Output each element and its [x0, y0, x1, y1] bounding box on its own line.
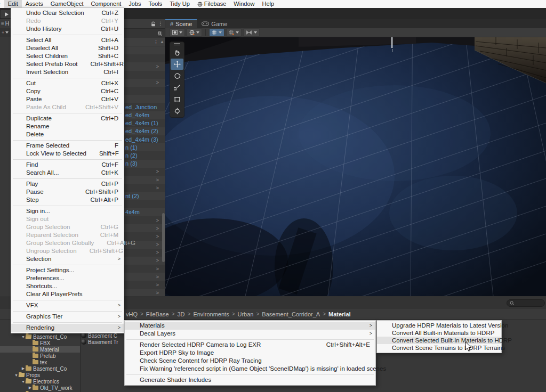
rect-tool[interactable] — [171, 94, 183, 105]
tool-handle-settings-dropdown[interactable] — [243, 28, 260, 37]
menubar-item-tidy-up[interactable]: Tidy Up — [166, 0, 194, 8]
draw-mode-dropdown[interactable] — [170, 28, 185, 37]
tree-item-electronics[interactable]: ▼Electronics — [0, 378, 80, 385]
hierarchy-item-n-3[interactable]: n (3) — [124, 160, 165, 168]
menu-item-reparent-selection[interactable]: Reparent SelectionCtrl+M — [11, 231, 124, 239]
menu-item-pause[interactable]: PauseCtrl+Shift+P — [11, 188, 124, 196]
menu-item-undo-clear-selection[interactable]: Undo Clear SelectionCtrl+Z — [11, 9, 124, 17]
hierarchy-item-ed-4x4m-1[interactable]: ed_4x4m (1) — [124, 119, 165, 127]
menu-item-cut[interactable]: CutCtrl+X — [11, 79, 124, 87]
project-search-input[interactable] — [507, 299, 545, 307]
menu-item-select-children[interactable]: Select ChildrenShift+C — [11, 52, 124, 60]
menu-item-fix-warning-referenced-script-in-game-object-sceneidmap-is-missing-in-loaded-scenes[interactable]: Fix Warning 'referenced script in (Game … — [125, 365, 375, 373]
hierarchy-item-ed-4x4m[interactable]: ed_4x4m — [124, 111, 165, 119]
breadcrumb-item-urban[interactable]: Urban — [238, 311, 254, 317]
hierarchy-item-n-2[interactable]: n (2) — [124, 151, 165, 159]
menu-item-group-selection[interactable]: Group SelectionCtrl+G — [11, 223, 124, 231]
hierarchy-row[interactable] — [124, 71, 165, 79]
menu-item-materials[interactable]: Materials> — [125, 322, 375, 330]
menu-item-export-hdrp-sky-to-image[interactable]: Export HDRP Sky to Image — [125, 349, 375, 357]
menu-item-select-all[interactable]: Select AllCtrl+A — [11, 36, 124, 44]
menu-item-paste[interactable]: PasteCtrl+V — [11, 95, 124, 103]
hierarchy-row[interactable]: > — [124, 257, 165, 265]
tree-item-fbx[interactable]: FBX — [0, 340, 80, 346]
increment-snap-dropdown[interactable] — [226, 28, 242, 37]
scene-3d-viewport[interactable] — [165, 37, 546, 296]
hierarchy-item-ed-4x4m-3[interactable]: ed_4x4m (3) — [124, 135, 165, 143]
menu-item-convert-selected-built-in-materials-to-hdrp[interactable]: Convert Selected Built-in Materials to H… — [377, 337, 501, 344]
hierarchy-row[interactable]: > — [124, 249, 165, 257]
menu-item-ungroup-selection[interactable]: Ungroup SelectionCtrl+Shift+G — [11, 247, 124, 255]
breadcrumb-item-basement-corridor-a[interactable]: Basement_Corridor_A — [262, 311, 320, 317]
transform-tool[interactable] — [171, 105, 183, 117]
scene-view-options-dropdown[interactable] — [187, 28, 202, 37]
menu-item-decal-layers[interactable]: Decal Layers> — [125, 330, 375, 338]
menubar-item-tools[interactable]: Tools — [145, 0, 166, 8]
hand-tool[interactable] — [171, 47, 183, 58]
menubar-item-filebase[interactable]: Filebase — [194, 0, 230, 8]
tab-scene[interactable]: # Scene — [165, 19, 197, 28]
menubar-item-file[interactable]: File — [0, 0, 4, 8]
menu-item-preferences[interactable]: Preferences... — [11, 274, 124, 282]
hierarchy-row[interactable]: > — [124, 281, 165, 289]
menu-item-render-selected-hdrp-camera-to-log-exr[interactable]: Render Selected HDRP Camera to Log EXRCt… — [125, 341, 375, 349]
hierarchy-row[interactable]: > — [124, 62, 165, 70]
unlock-icon[interactable] — [151, 21, 156, 27]
hierarchy-item-ed-junction[interactable]: ed_Junction — [124, 103, 165, 111]
menu-item-vfx[interactable]: VFX> — [11, 301, 124, 309]
breadcrumb-item-filebase[interactable]: FileBase — [146, 311, 169, 317]
menu-item-graphics-tier[interactable]: Graphics Tier> — [11, 313, 124, 321]
asset-item-basement-tr[interactable]: Basement Tr — [81, 339, 118, 345]
tree-item-basement-co[interactable]: ▶Basement_Co — [0, 365, 80, 372]
tree-item-basement-co[interactable]: ▼Basement_Co — [0, 333, 80, 340]
menu-item-copy[interactable]: CopyCtrl+C — [11, 87, 124, 95]
menu-item-select-prefab-root[interactable]: Select Prefab RootCtrl+Shift+R — [11, 60, 124, 68]
hierarchy-create-button[interactable]: + — [0, 28, 11, 37]
hierarchy-row[interactable]: > — [124, 79, 165, 87]
kebab-menu-icon[interactable]: ⋮ — [158, 21, 163, 27]
breadcrumb-item-vhq[interactable]: vHQ — [126, 311, 138, 317]
menu-item-shortcuts[interactable]: Shortcuts... — [11, 282, 124, 290]
menu-item-generate-shader-includes[interactable]: Generate Shader Includes — [125, 376, 375, 384]
menubar-item-help[interactable]: Help — [258, 0, 278, 8]
tree-item-material[interactable]: Material — [0, 346, 80, 353]
menu-item-check-scene-content-for-hdrp-ray-tracing[interactable]: Check Scene Content for HDRP Ray Tracing — [125, 357, 375, 365]
tree-item-old-tv-work[interactable]: ▶Old_TV_work — [0, 385, 80, 391]
menu-item-find[interactable]: FindCtrl+F — [11, 161, 124, 169]
menu-item-convert-all-built-in-materials-to-hdrp[interactable]: Convert All Built-in Materials to HDRP — [377, 329, 501, 337]
menu-item-rendering[interactable]: Rendering> — [11, 324, 124, 332]
menu-item-lock-view-to-selected[interactable]: Lock View to SelectedShift+F — [11, 150, 124, 158]
hierarchy-row[interactable]: > — [124, 265, 165, 273]
hierarchy-item-ed-4x4m-2[interactable]: ed_4x4m (2) — [124, 127, 165, 135]
hierarchy-row[interactable]: > — [124, 273, 165, 281]
hierarchy-row[interactable] — [124, 46, 165, 54]
menu-item-upgrade-hdrp-materials-to-latest-version[interactable]: Upgrade HDRP Materials to Latest Version — [377, 322, 501, 329]
hierarchy-item-4x4m[interactable]: 4x4m — [124, 208, 165, 216]
menubar-item-window[interactable]: Window — [230, 0, 258, 8]
grid-snap-dropdown[interactable] — [209, 28, 224, 37]
hierarchy-search-row[interactable] — [124, 29, 165, 38]
menubar-item-component[interactable]: Component — [87, 0, 125, 8]
overlay-drag-handle[interactable] — [170, 42, 184, 46]
expander-closed-icon[interactable]: ▶ — [28, 386, 33, 390]
scroll-up-icon[interactable]: ▲ — [160, 39, 164, 44]
breadcrumb-item-environments[interactable]: Environments — [193, 311, 229, 317]
tab-game[interactable]: Game — [197, 19, 232, 28]
menubar-item-assets[interactable]: Assets — [22, 0, 47, 8]
menu-item-sign-out[interactable]: Sign out — [11, 215, 124, 223]
menubar-item-gameobject[interactable]: GameObject — [47, 0, 87, 8]
hierarchy-tab[interactable]: ≡H — [0, 19, 11, 28]
hierarchy-item-nt-2[interactable]: nt (2) — [124, 192, 165, 200]
menu-item-rename[interactable]: Rename — [11, 123, 124, 130]
hierarchy-row[interactable] — [124, 95, 165, 103]
expander-closed-icon[interactable]: ▶ — [21, 366, 26, 371]
menu-item-redo[interactable]: RedoCtrl+Y — [11, 17, 124, 25]
menu-item-group-selection-globally[interactable]: Group Selection GloballyCtrl+Alt+G — [11, 239, 124, 247]
hierarchy-row[interactable]: > — [124, 224, 165, 232]
kebab-menu-icon[interactable]: ⋮ — [154, 39, 158, 45]
menu-item-paste-as-child[interactable]: Paste As ChildCtrl+Shift+V — [11, 103, 124, 111]
hierarchy-row[interactable] — [124, 200, 165, 208]
tree-item-props[interactable]: ▼Props — [0, 372, 80, 378]
hierarchy-row[interactable]: > — [124, 176, 165, 184]
press-to-pick-icon[interactable] — [157, 30, 163, 37]
